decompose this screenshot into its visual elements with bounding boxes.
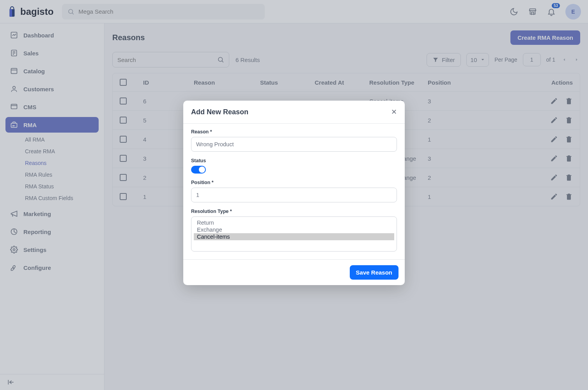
- position-label: Position: [191, 180, 397, 185]
- reason-label: Reason: [191, 129, 397, 135]
- resolution-option[interactable]: Cancel-items: [194, 233, 394, 240]
- resolution-option[interactable]: Return: [194, 219, 394, 226]
- status-toggle[interactable]: [191, 166, 206, 174]
- modal-title: Add New Reason: [191, 108, 248, 116]
- resolution-type-listbox[interactable]: ReturnExchangeCancel-items: [191, 216, 397, 252]
- add-reason-modal: Add New Reason ✕ Reason Status Position …: [183, 101, 405, 285]
- resolution-option[interactable]: Exchange: [194, 226, 394, 233]
- reason-input[interactable]: [191, 137, 397, 152]
- resolution-label: Resolution Type: [191, 209, 397, 214]
- close-icon[interactable]: ✕: [391, 108, 397, 116]
- status-label: Status: [191, 158, 397, 163]
- position-input[interactable]: [191, 188, 397, 202]
- save-reason-button[interactable]: Save Reason: [350, 265, 398, 280]
